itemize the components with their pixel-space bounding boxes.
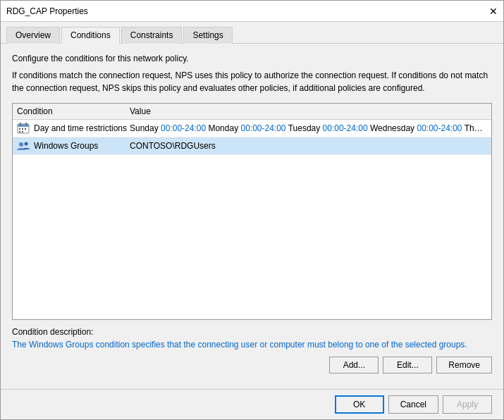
edit-button[interactable]: Edit... bbox=[383, 357, 432, 373]
properties-window: RDG_CAP Properties ✕ Overview Conditions… bbox=[0, 0, 504, 420]
description-text: Configure the conditions for this networ… bbox=[12, 52, 492, 65]
condition-description-section: Condition description: The Windows Group… bbox=[12, 327, 492, 350]
conditions-table: Condition Value bbox=[12, 103, 492, 320]
svg-rect-7 bbox=[19, 131, 20, 132]
content-area: Configure the conditions for this networ… bbox=[1, 44, 503, 389]
tab-conditions[interactable]: Conditions bbox=[61, 27, 120, 44]
svg-rect-1 bbox=[18, 124, 29, 127]
row-condition-name: Day and time restrictions bbox=[34, 123, 130, 133]
info-text: If conditions match the connection reque… bbox=[12, 69, 492, 94]
action-buttons: Add... Edit... Remove bbox=[12, 357, 492, 373]
window-title: RDG_CAP Properties bbox=[6, 6, 88, 16]
row-condition-name: Windows Groups bbox=[34, 141, 130, 151]
column-condition: Condition bbox=[17, 106, 130, 116]
group-icon bbox=[17, 140, 30, 152]
remove-button[interactable]: Remove bbox=[436, 357, 492, 373]
svg-rect-6 bbox=[25, 128, 26, 130]
tab-settings[interactable]: Settings bbox=[183, 27, 232, 44]
condition-desc-label: Condition description: bbox=[12, 327, 492, 337]
svg-rect-8 bbox=[22, 131, 23, 132]
add-button[interactable]: Add... bbox=[329, 357, 379, 373]
table-row[interactable]: Windows Groups CONTOSO\RDGUsers bbox=[13, 137, 491, 155]
table-header: Condition Value bbox=[13, 104, 491, 120]
condition-desc-value: The Windows Groups condition specifies t… bbox=[12, 340, 492, 350]
svg-rect-5 bbox=[22, 128, 23, 130]
tab-bar: Overview Conditions Constraints Settings bbox=[1, 22, 503, 44]
svg-rect-3 bbox=[25, 123, 27, 125]
table-row[interactable]: Day and time restrictions Sunday 00:00-2… bbox=[13, 120, 491, 137]
svg-rect-4 bbox=[19, 128, 20, 130]
bottom-bar: OK Cancel Apply bbox=[1, 389, 503, 419]
ok-button[interactable]: OK bbox=[335, 395, 384, 414]
svg-rect-2 bbox=[20, 123, 21, 125]
row-value: Sunday 00:00-24:00 Monday 00:00-24:00 Tu… bbox=[130, 123, 487, 133]
title-bar: RDG_CAP Properties ✕ bbox=[1, 1, 503, 22]
close-button[interactable]: ✕ bbox=[489, 6, 498, 16]
cancel-button[interactable]: Cancel bbox=[388, 395, 438, 414]
tab-overview[interactable]: Overview bbox=[6, 27, 60, 44]
svg-point-9 bbox=[19, 142, 23, 147]
apply-button[interactable]: Apply bbox=[443, 395, 492, 414]
tab-constraints[interactable]: Constraints bbox=[121, 27, 183, 44]
calendar-icon bbox=[17, 122, 30, 135]
svg-point-10 bbox=[25, 142, 28, 146]
row-value: CONTOSO\RDGUsers bbox=[130, 141, 487, 151]
column-value: Value bbox=[130, 106, 487, 116]
